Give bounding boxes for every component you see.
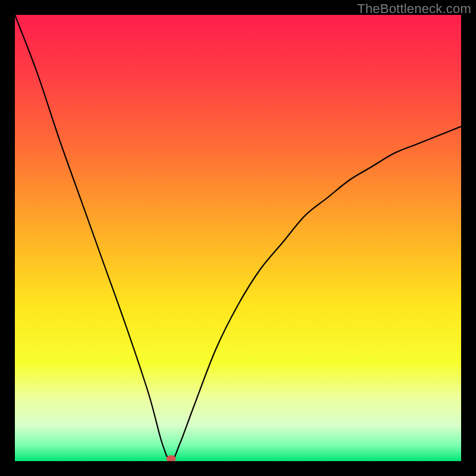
plot-area: [15, 15, 461, 461]
gradient-background: [15, 15, 461, 461]
watermark-text: TheBottleneck.com: [357, 1, 471, 17]
chart-svg: [15, 15, 461, 461]
chart-frame: TheBottleneck.com: [0, 0, 476, 476]
